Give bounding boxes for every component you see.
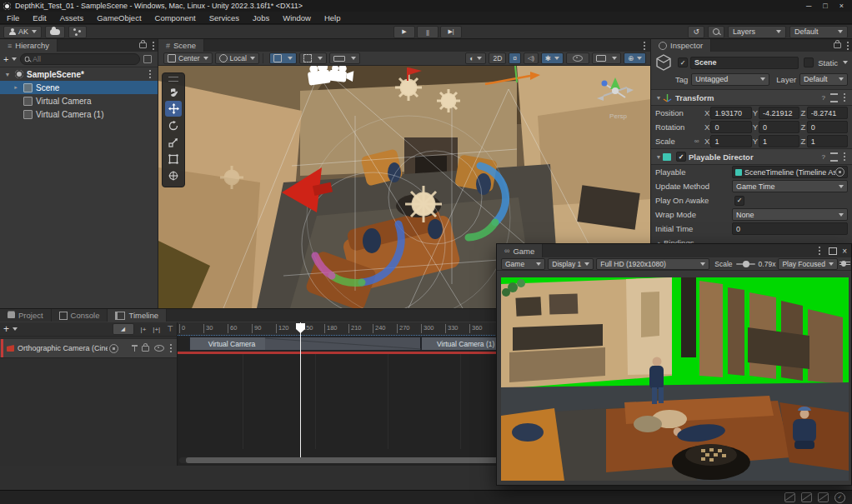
layer-dropdown[interactable]: Default	[799, 73, 848, 86]
clip-virtual-camera[interactable]: Virtual Camera	[189, 337, 421, 351]
panel-menu-icon[interactable]	[847, 45, 849, 47]
update-method-dropdown[interactable]: Game Time	[732, 180, 848, 192]
position-z-input[interactable]	[811, 109, 844, 117]
timeline-track-header[interactable]: Orthographic Camera (Cine	[0, 338, 177, 358]
panel-menu-icon[interactable]	[644, 45, 645, 47]
persp-label[interactable]: Persp	[609, 112, 627, 120]
maximize-window-icon[interactable]	[829, 247, 837, 255]
close-button[interactable]: ×	[839, 2, 844, 10]
component-menu-icon[interactable]	[844, 97, 845, 98]
playable-object-field[interactable]: SceneTimeline (Timeline Asset	[732, 166, 848, 178]
orientation-mode-dropdown[interactable]: Local	[215, 52, 259, 64]
scale-y-input[interactable]	[763, 137, 795, 146]
audio-toggle[interactable]: ◁)	[524, 52, 539, 64]
playhead-line[interactable]	[300, 322, 301, 457]
scale-x-input[interactable]	[714, 137, 747, 146]
tab-scene[interactable]: # Scene	[158, 39, 204, 52]
alerts-muted-icon[interactable]	[818, 492, 829, 502]
rotate-tool[interactable]	[165, 117, 182, 133]
messages-muted-icon[interactable]	[801, 492, 812, 502]
pivot-mode-dropdown[interactable]: Center	[163, 52, 213, 64]
tab-hierarchy[interactable]: ≡ Hierarchy	[0, 39, 58, 52]
hierarchy-row-virtual-camera[interactable]: Virtual Camera	[0, 94, 158, 107]
draw-mode-dropdown[interactable]: ◐	[465, 52, 486, 64]
panel-menu-icon[interactable]	[153, 45, 154, 47]
resolution-dropdown[interactable]: Full HD (1920x1080)	[596, 258, 709, 270]
position-x-input[interactable]	[714, 109, 747, 117]
create-object-button[interactable]: +	[3, 54, 17, 64]
presets-icon[interactable]	[830, 152, 838, 162]
menu-edit[interactable]: Edit	[26, 13, 53, 22]
pause-button[interactable]: ||	[417, 26, 439, 38]
scene-picker-icon[interactable]	[143, 55, 152, 63]
game-window[interactable]: ∞ Game × Game Display 1 Full HD (1920x10…	[496, 243, 852, 486]
snap-increment-toggle[interactable]	[299, 52, 327, 64]
transform-header[interactable]: ▼ Transform ?	[651, 89, 852, 106]
presets-icon[interactable]	[830, 93, 838, 102]
clip-edit-mode-mix-button[interactable]: |+	[141, 326, 147, 333]
menu-jobs[interactable]: Jobs	[246, 13, 276, 22]
scale-z-field[interactable]	[807, 135, 848, 147]
add-track-button[interactable]: +	[3, 323, 18, 335]
object-name-field[interactable]	[690, 57, 799, 69]
account-dropdown[interactable]: AK	[3, 26, 42, 38]
menu-window[interactable]: Window	[276, 13, 318, 22]
static-checkbox[interactable]	[804, 57, 814, 67]
close-window-icon[interactable]: ×	[842, 247, 847, 256]
search-button[interactable]	[708, 26, 724, 38]
help-icon[interactable]: ?	[822, 153, 825, 161]
object-picker-icon[interactable]	[109, 344, 118, 353]
menu-help[interactable]: Help	[318, 13, 348, 22]
game-target-dropdown[interactable]: Game	[501, 258, 545, 270]
effects-dropdown[interactable]: ✱	[541, 52, 564, 64]
lock-icon[interactable]	[142, 346, 149, 352]
collab-button[interactable]	[68, 26, 87, 38]
foldout-open-icon[interactable]: ▼	[3, 72, 12, 77]
rotation-x-input[interactable]	[714, 123, 747, 132]
help-icon[interactable]: ?	[822, 94, 825, 102]
move-tool[interactable]	[165, 101, 182, 117]
position-y-field[interactable]	[759, 107, 799, 119]
2d-toggle[interactable]: 2D	[489, 52, 506, 64]
play-button[interactable]: ▶	[393, 26, 415, 38]
link-scale-icon[interactable]: ∞	[694, 137, 704, 145]
initial-time-input[interactable]	[736, 225, 844, 233]
lock-icon[interactable]	[834, 42, 841, 48]
layers-dropdown[interactable]: Layers	[728, 26, 786, 38]
object-name-input[interactable]	[694, 58, 794, 67]
undo-history-button[interactable]: ↺	[688, 26, 704, 38]
camera-settings-dropdown[interactable]	[592, 52, 621, 64]
rotation-y-field[interactable]	[759, 121, 799, 133]
maximize-button[interactable]: □	[823, 2, 827, 10]
hierarchy-row-virtual-camera-1[interactable]: Virtual Camera (1)	[0, 107, 158, 121]
curves-view-button[interactable]: ◢	[113, 323, 134, 335]
menu-assets[interactable]: Assets	[53, 13, 91, 22]
menu-component[interactable]: Component	[148, 13, 203, 22]
row-menu-icon[interactable]	[149, 73, 151, 75]
position-z-field[interactable]	[807, 107, 848, 119]
rotation-z-input[interactable]	[811, 123, 844, 132]
tab-timeline[interactable]: Timeline	[108, 309, 167, 322]
hierarchy-search[interactable]	[20, 53, 140, 65]
position-y-input[interactable]	[763, 109, 795, 117]
foldout-open-icon[interactable]: ▼	[654, 95, 663, 101]
menu-services[interactable]: Services	[203, 13, 246, 22]
scale-y-field[interactable]	[759, 135, 799, 147]
clip-edit-mode-replace-button[interactable]: |+|	[153, 326, 160, 333]
status-ok-icon[interactable]: ✓	[834, 492, 845, 503]
eye-icon[interactable]	[154, 345, 164, 352]
rotation-y-input[interactable]	[763, 123, 795, 132]
step-button[interactable]: ▶|	[440, 26, 462, 38]
menu-gameobject[interactable]: GameObject	[90, 13, 148, 22]
pin-icon[interactable]	[134, 345, 136, 352]
wrap-mode-dropdown[interactable]: None	[732, 208, 848, 221]
component-menu-icon[interactable]	[844, 156, 845, 157]
rect-tool[interactable]	[165, 151, 182, 167]
menu-file[interactable]: File	[0, 13, 26, 22]
object-picker-icon[interactable]	[835, 167, 844, 177]
grid-snap-toggle[interactable]	[269, 52, 297, 64]
measure-dropdown[interactable]	[329, 52, 360, 64]
scale-z-input[interactable]	[811, 137, 844, 146]
game-viewport[interactable]	[501, 277, 849, 481]
overlay-grip[interactable]	[168, 77, 178, 82]
